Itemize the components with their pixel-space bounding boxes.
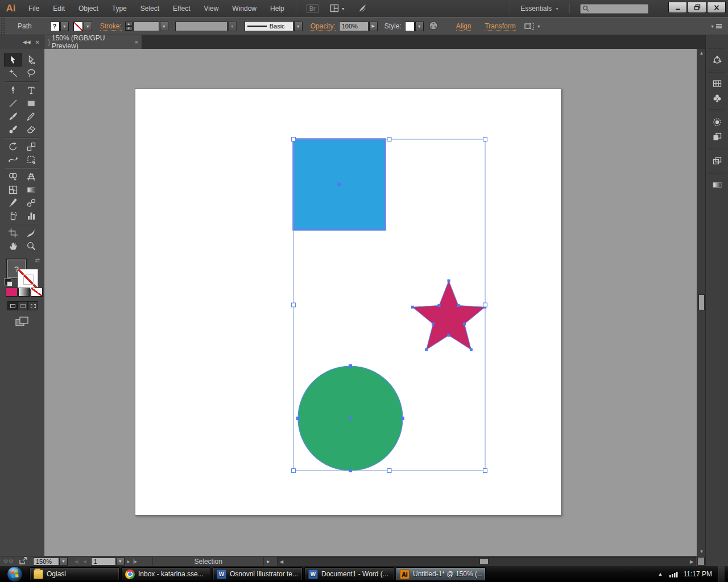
selection-handle[interactable] <box>292 303 296 307</box>
opacity-panel-link[interactable]: Opacity: <box>311 22 336 31</box>
selection-handle[interactable] <box>483 303 487 307</box>
rectangle-tool[interactable] <box>22 97 40 110</box>
vertical-scroll-thumb[interactable] <box>698 294 705 310</box>
eraser-tool[interactable] <box>22 123 40 136</box>
horizontal-scrollbar[interactable]: ◀ ▶ <box>277 557 696 566</box>
opacity-field[interactable]: 100% <box>339 22 369 31</box>
menu-file[interactable]: File <box>22 0 46 17</box>
taskbar-button-word[interactable]: WDocument1 - Word (... <box>304 567 394 581</box>
none-button[interactable] <box>31 288 43 297</box>
width-tool[interactable] <box>4 153 22 166</box>
anchor-point[interactable] <box>425 348 428 351</box>
draw-normal-button[interactable] <box>7 301 18 310</box>
anchor-point[interactable] <box>437 304 440 307</box>
taskbar-button-chrome[interactable]: Inbox - katarina.sse... <box>121 567 211 581</box>
eyedropper-tool[interactable] <box>4 196 22 209</box>
next-artboard-icon[interactable]: ▸ <box>127 558 130 564</box>
align-panel-link[interactable]: Align <box>456 22 471 31</box>
fill-dropdown-button[interactable]: ▼ <box>60 22 69 31</box>
stroke-weight-dropdown[interactable]: ▼ <box>160 22 168 31</box>
column-graph-tool[interactable] <box>22 209 40 222</box>
opacity-dropdown-button[interactable]: ▶ <box>369 22 378 31</box>
clock[interactable]: 11:17 PM <box>684 570 712 578</box>
zoom-level-field[interactable]: 150% <box>33 558 59 566</box>
taskbar-button-folder[interactable]: Oglasi <box>30 567 119 581</box>
stroke-weight-stepper[interactable]: ▲▼ <box>125 22 133 31</box>
status-menu-icon[interactable]: ▸ <box>267 558 270 564</box>
selection-handle[interactable] <box>483 469 487 473</box>
symbols-panel-button[interactable] <box>708 91 727 106</box>
share-button[interactable] <box>357 3 368 14</box>
search-box[interactable] <box>580 4 648 14</box>
anchor-point[interactable] <box>296 417 300 420</box>
anchor-point[interactable] <box>411 306 414 309</box>
paintbrush-tool[interactable] <box>4 110 22 123</box>
fill-color-swatch[interactable]: ? <box>50 22 60 31</box>
anchor-point[interactable] <box>457 304 460 307</box>
artboard-number-field[interactable]: 1 <box>91 558 116 566</box>
scale-tool[interactable] <box>22 140 40 153</box>
taskbar-button-word[interactable]: WOsnovni Illustrator te... <box>213 567 303 581</box>
menu-type[interactable]: Type <box>105 0 134 17</box>
color-button[interactable] <box>6 288 18 297</box>
width-profile-dropdown[interactable]: ▼ <box>228 22 237 31</box>
export-arrow-icon[interactable] <box>19 557 28 566</box>
restore-button[interactable] <box>688 2 706 13</box>
anchor-point[interactable] <box>401 417 404 420</box>
lasso-tool[interactable] <box>22 66 40 80</box>
selection-handle[interactable] <box>387 138 391 142</box>
scroll-left-icon[interactable]: ◀ <box>279 559 284 564</box>
pink-star[interactable] <box>412 281 485 350</box>
stroke-dropdown-button[interactable]: ▼ <box>84 22 92 31</box>
panel-grip[interactable] <box>0 17 5 35</box>
horizontal-scroll-thumb[interactable] <box>479 558 489 564</box>
menu-edit[interactable]: Edit <box>46 0 72 17</box>
layers-panel-button[interactable] <box>708 153 727 168</box>
selection-handle[interactable] <box>292 138 296 142</box>
symbol-sprayer-tool[interactable] <box>4 209 22 222</box>
anchor-point[interactable] <box>463 322 466 325</box>
selection-handle[interactable] <box>387 469 391 473</box>
scroll-right-icon[interactable]: ▶ <box>689 559 694 564</box>
graphic-styles-panel-button[interactable] <box>708 130 727 144</box>
artboard-dropdown-button[interactable]: ▼ <box>116 558 125 566</box>
dock-grip[interactable] <box>709 70 726 73</box>
workspace-switcher[interactable]: Essentials ▼ <box>520 5 559 13</box>
control-panel-menu-button[interactable]: ▼ <box>710 23 722 29</box>
hand-tool[interactable] <box>4 239 22 252</box>
scroll-up-icon[interactable]: ▲ <box>697 51 706 56</box>
stroke-panel-link[interactable]: Stroke: <box>100 22 122 31</box>
dock-grip[interactable] <box>709 171 726 174</box>
step-up-icon[interactable]: ▲ <box>125 22 133 26</box>
menu-view[interactable]: View <box>197 0 226 17</box>
shape-builder-tool[interactable] <box>4 170 22 183</box>
magic-wand-tool[interactable] <box>4 66 22 80</box>
document-tab[interactable]: ) 150% (RGB/GPU Preview) × <box>44 35 142 49</box>
anchor-point[interactable] <box>349 364 352 368</box>
default-fill-stroke-icon[interactable] <box>4 278 11 285</box>
hidden-icons-button[interactable]: ▲ <box>658 571 663 577</box>
vertical-scrollbar[interactable]: ▲ ▼ <box>697 49 705 556</box>
arrange-documents-button[interactable]: ▼ <box>330 4 345 13</box>
dock-grip[interactable] <box>709 109 726 111</box>
scroll-down-icon[interactable]: ▼ <box>697 549 706 554</box>
gradient-panel-button[interactable] <box>708 177 727 192</box>
width-profile-field[interactable] <box>175 22 228 31</box>
swap-fill-stroke-icon[interactable]: ⇄ <box>35 257 40 263</box>
color-guide-panel-button[interactable] <box>708 52 727 67</box>
tool-panel-header[interactable]: ◀◀ ✕ <box>0 35 44 49</box>
bridge-button[interactable]: Br <box>307 4 318 13</box>
stroke-color-swatch[interactable] <box>73 22 83 31</box>
draw-inside-button[interactable] <box>28 301 38 310</box>
previous-artboard-icon[interactable]: ◂ <box>84 558 86 564</box>
line-segment-tool[interactable] <box>4 97 22 110</box>
isolate-object-button[interactable]: ▼ <box>524 22 541 31</box>
anchor-point[interactable] <box>448 280 450 282</box>
anchor-point[interactable] <box>470 348 473 351</box>
selection-handle[interactable] <box>483 138 487 142</box>
minimize-button[interactable] <box>668 2 687 13</box>
style-swatch[interactable] <box>405 22 415 31</box>
brush-dropdown-button[interactable]: ▼ <box>294 22 303 31</box>
step-down-icon[interactable]: ▼ <box>125 26 133 31</box>
tab-close-icon[interactable]: × <box>135 39 138 45</box>
